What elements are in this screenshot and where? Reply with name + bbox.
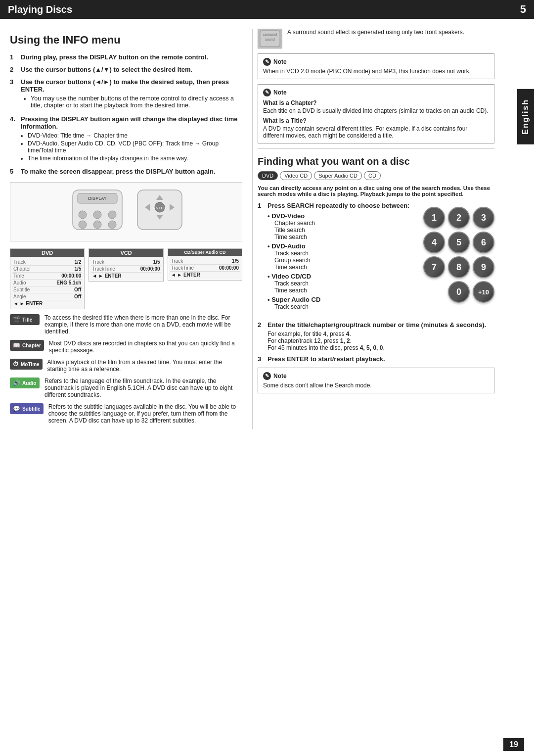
side-tab: English [517, 89, 534, 144]
step-1-content: During play, press the DISPLAY button on… [21, 53, 242, 61]
numpad-btn-6[interactable]: 6 [473, 232, 494, 253]
step-5-content: To make the screen disappear, press the … [21, 168, 242, 175]
dvd-screen-body: Track1/2 Chapter1/5 Time00:00:00 AudioEN… [10, 257, 84, 309]
dvd-screen-header: DVD [10, 249, 84, 257]
svg-point-3 [79, 211, 87, 219]
disc-tag-superaudio: Super Audio CD [314, 171, 362, 180]
step-4-bullet-1: DVD-Video: Title time → Chapter time [28, 132, 242, 139]
main-content: Using the INFO menu 1 During play, press… [0, 29, 534, 429]
what-is-chapter-title: What is a Chapter? [263, 99, 489, 106]
step-4: 4. Pressing the DISPLAY button again wil… [10, 115, 242, 163]
surround-row: surround sound A surround sound effect i… [258, 29, 494, 48]
numpad-btn-3[interactable]: 3 [473, 207, 494, 229]
videocd-item-2: Time search [274, 287, 418, 294]
disc-tags: DVD Video CD Super Audio CD CD [258, 171, 494, 180]
numpad-btn-2[interactable]: 2 [448, 207, 470, 229]
numpad-btn-1[interactable]: 1 [423, 207, 445, 229]
search-step-2-num: 2 [258, 321, 265, 351]
page-footer: 19 [503, 738, 524, 751]
numpad-btn-10[interactable]: +10 [473, 281, 494, 303]
chapter-badge-label: Chapter [22, 343, 41, 348]
dvd-video-item-2: Title search [274, 227, 418, 234]
step-2-content: Use the cursor buttons (▲/▼) to select t… [21, 66, 242, 73]
dvd-audio-option: • DVD-Audio Track search Group search Ti… [267, 242, 418, 271]
chapter-icon-item: 📖 Chapter Most DVD discs are recorded in… [10, 340, 242, 354]
note-1-title: ✎ Note [263, 58, 489, 66]
search-step-1: 1 Press SEARCH repeatedly to choose betw… [258, 202, 418, 312]
step-3-bullet-1: You may use the number buttons of the re… [31, 95, 242, 109]
step-4-text: Pressing the DISPLAY button again will c… [21, 115, 238, 130]
screens-row: DVD Track1/2 Chapter1/5 Time00:00:00 Aud… [10, 248, 242, 309]
subtitle-item-text: Refers to the subtitle languages availab… [48, 403, 242, 424]
note-box-1: ✎ Note When in VCD 2.0 mode (PBC ON mode… [258, 53, 494, 79]
numpad-btn-9[interactable]: 9 [473, 256, 494, 278]
search-step-2-content: Enter the title/chapter/group/track numb… [267, 321, 494, 351]
svg-point-7 [93, 221, 101, 229]
svg-text:sound: sound [265, 38, 274, 41]
title-item-text: To access the desired title when there i… [44, 314, 242, 335]
numpad-btn-8[interactable]: 8 [448, 256, 470, 278]
step-1: 1 During play, press the DISPLAY button … [10, 53, 242, 61]
super-audio-item-1: Track search [274, 303, 418, 310]
note-3-title: ✎ Note [263, 372, 489, 380]
page-number: 5 [520, 3, 526, 16]
note-1-text: When in VCD 2.0 mode (PBC ON mode) and M… [263, 68, 489, 75]
audio-badge-label: Audio [22, 380, 36, 386]
step-1-text: During play, press the DISPLAY button on… [21, 53, 208, 61]
search-step-1-text: Press SEARCH repeatedly to choose betwee… [267, 202, 410, 209]
remote-left-svg: DISPLAY [68, 188, 127, 232]
right-column: surround sound A surround sound effect i… [252, 29, 494, 429]
chapter-icon: 📖 [13, 342, 20, 349]
search-step-2-sub-3: For 45 minutes into the disc, press 4, 5… [267, 344, 494, 351]
page-title: Playing Discs [8, 4, 72, 15]
videocd-items: Track search Time search [274, 280, 418, 294]
subtitle-icon-item: 💬 Subtitle Refers to the subtitle langua… [10, 403, 242, 424]
svg-text:DISPLAY: DISPLAY [88, 196, 106, 201]
finding-title: Finding what you want on a disc [258, 156, 494, 167]
step-4-bullets: DVD-Video: Title time → Chapter time DVD… [28, 132, 242, 162]
numpad-btn-4[interactable]: 4 [423, 232, 445, 253]
dvd-row-4: AudioENG 5.1ch [12, 280, 82, 286]
note-2-title: ✎ Note [263, 89, 489, 96]
motime-badge: ⏱ MoTime [10, 359, 43, 370]
disc-tag-cd: CD [364, 171, 381, 180]
step-3-content: Use the cursor buttons (◄/►) to make the… [21, 78, 242, 110]
subtitle-badge-label: Subtitle [22, 406, 41, 412]
dvd-video-item-3: Time search [274, 234, 418, 240]
dvd-row-7: ◄ ► ENTER [12, 300, 82, 307]
audio-item-text: Refers to the language of the film sound… [44, 378, 242, 398]
search-step-3-num: 3 [258, 355, 265, 363]
step-2: 2 Use the cursor buttons (▲/▼) to select… [10, 66, 242, 73]
dvd-audio-item-2: Group search [274, 257, 418, 264]
subtitle-badge: 💬 Subtitle [10, 403, 44, 414]
what-is-chapter-text: Each title on a DVD is usually divided i… [263, 107, 489, 114]
vcd-row-1: Track1/5 [91, 259, 161, 266]
step-5: 5 To make the screen disappear, press th… [10, 168, 242, 175]
videocd-item-1: Track search [274, 280, 418, 287]
motime-badge-label: MoTime [21, 362, 40, 367]
search-step-3-content: Press ENTER to start/restart playback. [267, 355, 494, 363]
dvd-row-2: Chapter1/5 [12, 266, 82, 273]
dvd-video-items: Chapter search Title search Time search [274, 220, 418, 240]
super-audio-option: • Super Audio CD Track search [267, 296, 418, 310]
step-5-num: 5 [10, 168, 18, 175]
numpad-btn-7[interactable]: 7 [423, 256, 445, 278]
dvd-row-1: Track1/2 [12, 259, 82, 266]
dvd-video-label: • DVD-Video [267, 212, 305, 220]
dvd-row-5: SubtitleOff [12, 286, 82, 293]
left-section-title: Using the INFO menu [10, 34, 242, 47]
chapter-item-text: Most DVD discs are recorded in chapters … [49, 340, 242, 354]
numpad-btn-0[interactable]: 0 [448, 281, 470, 303]
audio-icon-item: 🔊 Audio Refers to the language of the fi… [10, 378, 242, 398]
note-3-label: Note [273, 373, 287, 379]
dvd-audio-items: Track search Group search Time search [274, 250, 418, 271]
search-area: 1 Press SEARCH repeatedly to choose betw… [258, 202, 494, 316]
note-box-3: ✎ Note Some discs don't allow the Search… [258, 368, 494, 393]
finding-intro: You can directly access any point on a d… [258, 185, 494, 197]
step-4-bullet-3: The time information of the display chan… [28, 155, 242, 162]
search-step-2: 2 Enter the title/chapter/group/track nu… [258, 321, 494, 351]
numpad-btn-5[interactable]: 5 [448, 232, 470, 253]
title-icon: 🎬 [13, 316, 20, 323]
search-step-2-sub-2: For chapter/track 12, press 1, 2. [267, 337, 494, 344]
svg-text:surround: surround [263, 33, 277, 36]
